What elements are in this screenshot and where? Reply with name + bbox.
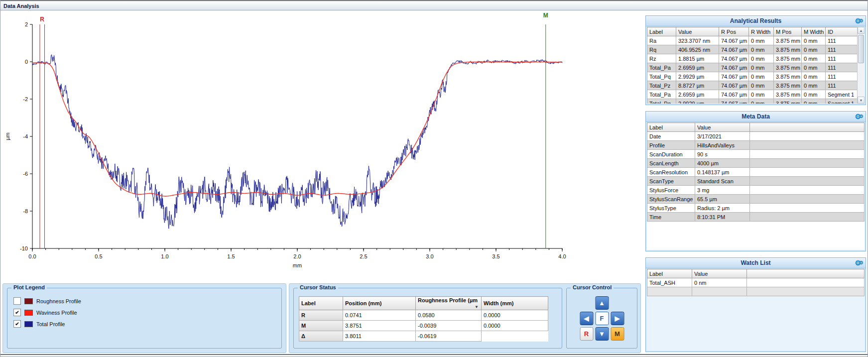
table-row[interactable] <box>647 287 865 296</box>
cell: Radius: 2 µm <box>695 204 750 213</box>
cell <box>750 150 865 159</box>
analytical-results-table: LabelValueR PosR WidthM PosM WidthIDRa32… <box>647 27 859 104</box>
cell: 8.8727 µm <box>676 81 719 90</box>
table-row[interactable]: ProfileHillsAndValleys <box>647 141 865 150</box>
column-header[interactable]: Label <box>647 269 692 278</box>
table-row[interactable]: Total_Pq2.9929 µm74.067 µm0 mm3.875 mm0 … <box>647 72 859 81</box>
profile-type-dropdown[interactable]: Roughness Profile (µm▼ <box>416 297 482 310</box>
cell: 111 <box>826 36 859 45</box>
table-row[interactable]: Date3/17/2021 <box>647 132 865 141</box>
cursor-status-groupbox: Cursor Status LabelPosition (mm)Roughnes… <box>293 288 562 349</box>
cell: 3.875 mm <box>774 45 802 54</box>
arrow-right-button[interactable]: ▶ <box>611 312 624 325</box>
legend-label: Total Profile <box>36 321 65 327</box>
cell: 1.8815 µm <box>676 54 719 63</box>
table-row[interactable]: StylusScanRange65.5 µm <box>647 195 865 204</box>
cursor-r-label[interactable]: R <box>40 16 44 23</box>
cell <box>750 132 865 141</box>
analytical-results-header: Analytical Results ⚙⚙ <box>646 16 866 26</box>
column-header[interactable]: Value <box>676 27 719 36</box>
table-row[interactable]: Time8:10:31 PM <box>647 213 865 222</box>
legend-checkbox[interactable]: ✔ <box>13 320 21 328</box>
cell: 0 mm <box>802 63 826 72</box>
column-header[interactable]: M Width <box>802 27 826 36</box>
cell: Total_Pq <box>647 72 676 81</box>
cell: 74.067 µm <box>719 81 749 90</box>
cell <box>750 213 865 222</box>
dropdown-arrow-icon[interactable]: ▼ <box>473 303 479 309</box>
table-row[interactable]: Rz1.8815 µm74.067 µm0 mm3.875 mm0 mm111 <box>647 54 859 63</box>
meta-data-header: Meta Data ⚙⚙ <box>646 112 866 122</box>
column-header[interactable]: Value <box>692 269 747 278</box>
table-row[interactable]: Ra323.3707 nm74.067 µm0 mm3.875 mm0 mm11… <box>647 36 859 45</box>
table-row[interactable]: Total_Pa2.6959 µm74.067 µm0 mm3.875 mm0 … <box>647 63 859 72</box>
cell: 3/17/2021 <box>695 132 750 141</box>
column-header[interactable]: Label <box>647 123 695 132</box>
table-row[interactable]: Total_Pz8.8727 µm74.067 µm0 mm3.875 mm0 … <box>647 81 859 90</box>
cell: ScanResolution <box>647 168 695 177</box>
column-header[interactable] <box>750 123 865 132</box>
column-header[interactable]: R Pos <box>719 27 749 36</box>
cell: Segment 1 <box>826 90 859 99</box>
column-header[interactable] <box>747 269 865 278</box>
r-button[interactable]: R <box>580 327 593 341</box>
table-row[interactable]: Rq406.9525 nm74.067 µm0 mm3.875 mm0 mm11… <box>647 45 859 54</box>
cell: Profile <box>647 141 695 150</box>
table-row[interactable]: Total_Pa2.6959 µm74.067 µm0 mm3.875 mm0 … <box>647 90 859 99</box>
table-row[interactable]: ScanLength4000 µm <box>647 159 865 168</box>
f-button[interactable]: F <box>595 312 609 325</box>
vertical-scrollbar[interactable]: ▲ ▼ <box>857 27 865 104</box>
m-button[interactable]: M <box>611 327 624 341</box>
arrow-up-button[interactable]: ▲ <box>595 296 609 310</box>
cell: 74.067 µm <box>719 99 749 104</box>
arrow-down-button[interactable]: ▼ <box>595 327 609 341</box>
legend-checkbox[interactable] <box>13 297 21 305</box>
panel-title: Meta Data <box>742 113 770 120</box>
table-row[interactable]: Total_Pq2.9929 µm74.067 µm0 mm3.875 mm0 … <box>647 99 859 104</box>
profile-plot[interactable]: 20-2-4-6-8-100.00.51.01.52.02.53.03.54.0… <box>1 11 643 280</box>
column-header[interactable]: M Pos <box>774 27 802 36</box>
legend-checkbox[interactable]: ✔ <box>13 309 21 316</box>
y-tick-label: -8 <box>23 208 28 214</box>
settings-gears-icon[interactable]: ⚙⚙ <box>855 16 864 26</box>
settings-gears-icon[interactable]: ⚙⚙ <box>855 258 864 268</box>
column-header[interactable]: ID <box>826 27 859 36</box>
cell: Ra <box>647 36 676 45</box>
column-header[interactable]: Width (mm) <box>482 297 548 310</box>
cell: 3.875 mm <box>774 90 802 99</box>
cursor-status-table: LabelPosition (mm)Roughness Profile (µm▼… <box>299 296 548 342</box>
cursor-control-groupbox: Cursor Control ▲◀F▶R▼M <box>566 288 637 349</box>
table-row[interactable]: Δ3.8011-0.0619 <box>299 331 548 342</box>
cursor-m-label[interactable]: M <box>543 12 548 19</box>
table-row[interactable]: M3.8751-0.00390.0000 <box>299 321 548 331</box>
column-header[interactable]: Value <box>695 123 750 132</box>
table-row[interactable]: R0.07410.05800.0000 <box>299 310 548 321</box>
header-row: LabelValue <box>647 269 865 278</box>
table-row[interactable]: StylusForce3 mg <box>647 186 865 195</box>
settings-gears-icon[interactable]: ⚙⚙ <box>855 112 864 122</box>
cell <box>692 287 747 296</box>
cell <box>747 287 865 296</box>
column-header[interactable]: Label <box>647 27 676 36</box>
legend-items: Roughness Profile✔Waviness Profile✔Total… <box>7 288 281 330</box>
cell: 0 mm <box>749 81 774 90</box>
scroll-thumb[interactable] <box>858 35 864 63</box>
table-row[interactable]: ScanResolution0.148137 µm <box>647 168 865 177</box>
table-row[interactable]: ScanDuration90 s <box>647 150 865 159</box>
table-row[interactable]: StylusTypeRadius: 2 µm <box>647 204 865 213</box>
cell: Rz <box>647 54 676 63</box>
cell <box>747 278 865 287</box>
cell: 74.067 µm <box>719 72 749 81</box>
column-header[interactable]: R Width <box>749 27 774 36</box>
y-tick-label: -10 <box>20 245 28 251</box>
cell: 111 <box>826 45 859 54</box>
scroll-up-icon[interactable]: ▲ <box>858 27 865 34</box>
scroll-down-icon[interactable]: ▼ <box>858 97 865 104</box>
cell: 406.9525 nm <box>676 45 719 54</box>
table-row[interactable]: ScanTypeStandard Scan <box>647 177 865 186</box>
column-header[interactable]: Label <box>299 297 343 310</box>
table-row[interactable]: Total_ASH0 nm <box>647 278 865 287</box>
column-header[interactable]: Position (mm) <box>343 297 416 310</box>
arrow-left-button[interactable]: ◀ <box>580 312 593 325</box>
legend-color-swatch <box>24 298 33 304</box>
